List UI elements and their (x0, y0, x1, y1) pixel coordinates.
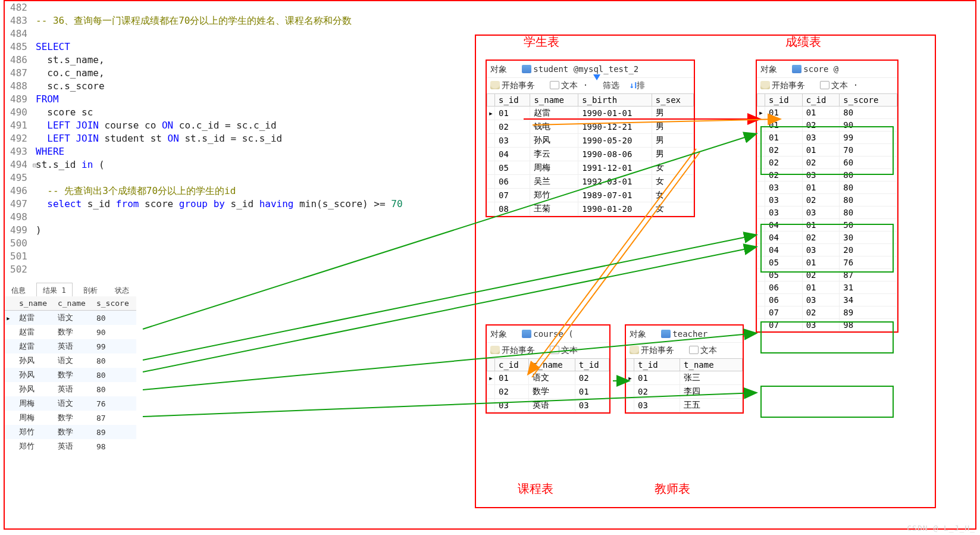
btn-sort[interactable]: 排 (637, 80, 645, 90)
filter-icon (593, 74, 600, 90)
tab-object[interactable]: 对象 (630, 329, 646, 339)
score-table-panel: 对象 score @ 开始事务 文本 · s_idc_ids_score▸010… (756, 60, 898, 333)
score-grid[interactable]: s_idc_ids_score▸010180010290010399020170… (757, 93, 897, 331)
transaction-icon (490, 81, 500, 89)
table-icon (661, 330, 671, 338)
label-student: 学生表 (524, 34, 559, 50)
tab-object[interactable]: 对象 (490, 329, 507, 339)
fold-marker-icon[interactable]: ⊟ (33, 159, 36, 172)
btn-text[interactable]: 文本 (700, 345, 717, 355)
student-grid[interactable]: s_ids_names_births_sex▸01赵雷1990-01-01男02… (487, 93, 694, 216)
course-toolbar: 开始事务 文本 (487, 342, 609, 358)
table-icon (792, 65, 801, 73)
result-grid[interactable]: s_namec_names_score▸赵雷语文80赵雷数学90赵雷英语99孙风… (5, 296, 136, 453)
text-icon (689, 346, 699, 354)
table-icon (522, 330, 531, 338)
score-title: score @ (803, 64, 838, 74)
btn-begin-tx[interactable]: 开始事务 (641, 345, 674, 355)
highlight-score-7 (760, 386, 894, 418)
table-icon (522, 65, 531, 73)
line-gutter: 4824834844854864874884894904914924934944… (5, 1, 32, 276)
score-tab-row: 对象 score @ (757, 61, 897, 77)
teacher-grid[interactable]: t_idt_name▸01张三02李四03王五 (626, 358, 743, 412)
teacher-toolbar: 开始事务 文本 (626, 342, 743, 358)
diagram-panel: 学生表 成绩表 课程表 教师表 对象 student @mysql_test_2… (475, 35, 936, 508)
course-title: course ( (533, 329, 573, 339)
teacher-table-panel: 对象 teacher 开始事务 文本 t_idt_name▸01张三02李四03… (625, 324, 744, 414)
btn-begin-tx[interactable]: 开始事务 (502, 345, 535, 355)
course-tab-row: 对象 course ( (487, 326, 609, 342)
score-toolbar: 开始事务 文本 · (757, 77, 897, 93)
student-title: student @mysql_test_2 (533, 64, 638, 74)
course-table-panel: 对象 course ( 开始事务 文本 c_idc_namet_id▸01语文0… (486, 324, 610, 414)
course-grid[interactable]: c_idc_namet_id▸01语文0202数学0103英语03 (487, 358, 609, 412)
btn-begin-tx[interactable]: 开始事务 (502, 80, 535, 90)
teacher-tab-row: 对象 teacher (626, 326, 743, 342)
transaction-icon (760, 81, 770, 89)
student-tab-row: 对象 student @mysql_test_2 (487, 61, 694, 77)
text-icon (820, 81, 829, 89)
tab-object[interactable]: 对象 (760, 64, 777, 74)
label-score: 成绩表 (785, 34, 821, 50)
student-table-panel: 对象 student @mysql_test_2 开始事务 文本 · 筛选 ↓⁞… (486, 60, 695, 217)
student-toolbar: 开始事务 文本 · 筛选 ↓⁞排 (487, 77, 694, 93)
watermark: CSDN @ L_J_H_ (907, 524, 975, 533)
text-icon (550, 346, 559, 354)
btn-text[interactable]: 文本 (831, 80, 848, 90)
transaction-icon (490, 346, 500, 354)
btn-text[interactable]: 文本 (561, 80, 578, 90)
text-icon (550, 81, 559, 89)
btn-begin-tx[interactable]: 开始事务 (772, 80, 805, 90)
btn-text[interactable]: 文本 (561, 345, 578, 355)
code-lines[interactable]: -- 36、查询每一门课程成绩都在70分以上的学生的姓名、课程名称和分数SELE… (36, 1, 403, 276)
label-teacher: 教师表 (655, 481, 690, 497)
label-course: 课程表 (518, 481, 553, 497)
transaction-icon (630, 346, 639, 354)
tab-object[interactable]: 对象 (490, 64, 507, 74)
btn-filter[interactable]: 筛选 (603, 80, 619, 90)
sort-icon: ↓⁞ (629, 80, 636, 90)
teacher-title: teacher (672, 329, 707, 339)
